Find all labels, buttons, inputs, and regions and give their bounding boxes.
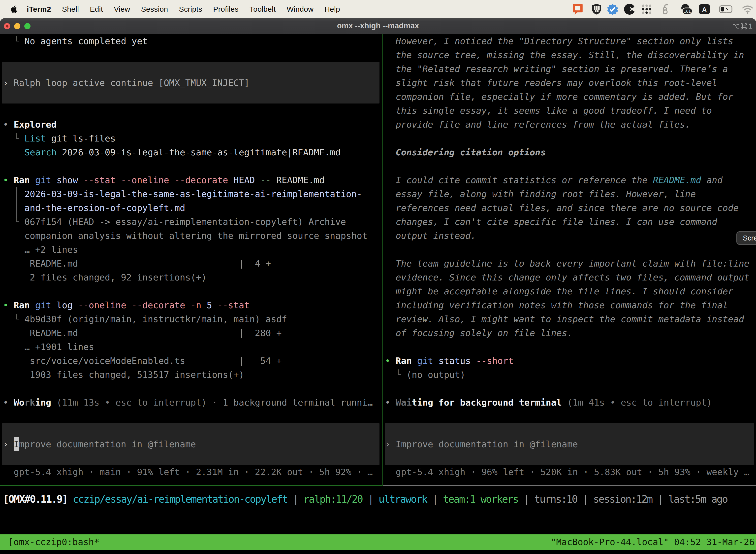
text-segment: git: [35, 175, 51, 185]
text-segment: this single essay, it seems like a good …: [385, 106, 712, 116]
count-badge-icon[interactable]: ..61: [679, 3, 693, 15]
text-segment: git ls-files: [46, 133, 116, 144]
terminal-row: Considering citation options: [385, 145, 546, 159]
terminal-row: • Ran git status --short: [385, 354, 514, 368]
text-segment: ›: [385, 439, 396, 449]
text-segment: status: [439, 356, 471, 366]
terminal-row: │ and-the-erosion-of-copyleft.md: [3, 201, 185, 215]
text-segment: README.md | 4 +: [3, 258, 271, 269]
tmux-status-bar: [omx-cczip0:bash* "MacBook-Pro-44.local"…: [0, 535, 756, 550]
text-segment: git: [417, 356, 433, 366]
text-segment: --decorate: [132, 300, 185, 310]
terminal-row: gpt-5.4 xhigh · 96% left · 520K in · 5.8…: [385, 465, 749, 479]
text-segment: review. Also, I might want to inspect th…: [385, 314, 744, 324]
battery-charging-icon[interactable]: [719, 4, 735, 15]
text-segment: [212, 300, 217, 310]
text-segment: [51, 300, 57, 310]
dragon-icon[interactable]: [661, 3, 670, 15]
text-segment: Considering citation options: [385, 147, 546, 157]
text-segment: Wai: [396, 397, 412, 407]
text-segment: and-the-erosion-of-copyleft.md: [24, 203, 185, 213]
text-segment: Wo: [14, 397, 24, 407]
terminal-row: • Explored: [3, 117, 57, 131]
terminal-row: • Ran git show --stat --oneline --decora…: [3, 173, 325, 187]
omx-status-segment: last:5m ago: [669, 493, 728, 505]
text-segment: No agents completed yet: [24, 36, 147, 46]
terminal-row: • Working (11m 13s • esc to interrupt) ·…: [3, 395, 373, 409]
terminal-row: this single essay, it seems like a good …: [385, 104, 712, 117]
text-segment: 1903 files changed, 513517 insertions(+): [3, 370, 244, 380]
tmux-pane-divider[interactable]: [382, 34, 382, 486]
omx-status-segment: |: [518, 493, 534, 505]
input-source-icon[interactable]: A: [698, 4, 710, 15]
text-segment: companion file, especially if more comme…: [385, 92, 734, 102]
text-segment: (1m 41s • esc to interrupt): [562, 397, 712, 407]
text-segment: [51, 175, 57, 185]
text-segment: output instead.: [385, 231, 476, 241]
terminal-row: might be acceptable alongside the file l…: [385, 284, 734, 298]
wifi-icon[interactable]: [742, 4, 754, 14]
text-segment: 1 background terminal runni…: [223, 397, 373, 407]
screen-overlay-button[interactable]: Scre: [737, 231, 756, 245]
pac-circle-icon[interactable]: [624, 3, 635, 15]
text-segment: ›: [3, 439, 14, 449]
terminal-row: │ 2026-03-09-is-legal-the-same-as-legiti…: [3, 187, 362, 201]
text-segment: README.md: [653, 175, 701, 185]
text-segment: log: [57, 300, 73, 310]
terminal-row: Search 2026-03-09-is-legal-the-same-as-l…: [3, 145, 340, 159]
text-segment: Explored: [14, 119, 57, 129]
window-title-bar[interactable]: omx --xhigh --madmax 1: [0, 18, 756, 34]
text-segment: ing: [35, 397, 51, 407]
tree-connector-line: [16, 187, 17, 218]
text-segment: mprove documentation in @filename: [19, 439, 196, 449]
tmux-border-bottom-right: [383, 486, 756, 486]
terminal-row: › Improve documentation in @filename: [3, 437, 196, 451]
text-segment: companion analysis without altering the …: [3, 231, 367, 241]
window-shortcut: 1: [732, 18, 753, 34]
terminal-row: companion file, especially if more comme…: [385, 90, 734, 104]
shortcut-number: 1: [749, 22, 753, 30]
text-segment: evidence. Since this change only affects…: [385, 272, 749, 282]
terminal-row: └ 4b9d30f (origin/main, instructkr/main,…: [3, 312, 287, 326]
omx-status-line: [OMX#0.11.9] cczip/essay/ai-reimplementa…: [3, 492, 728, 506]
text-segment: └: [3, 36, 24, 46]
text-segment: --stat: [83, 175, 116, 185]
menu-bar-status-icons: ..61A: [0, 0, 756, 18]
text-segment: of focusing solely on file lines.: [385, 328, 572, 338]
dots-grid-icon[interactable]: [641, 4, 652, 15]
terminal-row: └ 067f154 (HEAD -> essay/ai-reimplementa…: [3, 215, 346, 229]
text-segment: (11m 13s • esc to interrupt) ·: [51, 397, 223, 407]
text-segment: [271, 175, 276, 185]
blue-badge-icon[interactable]: [607, 3, 619, 15]
omx-status-segment: [67, 493, 73, 505]
text-segment: --decorate: [175, 175, 228, 185]
text-segment: 067f154 (HEAD -> essay/ai-reimplementati…: [24, 217, 346, 227]
omx-status-segment: cczip/essay/ai-reimplementation-copyleft: [73, 493, 287, 505]
text-segment: └: [385, 370, 406, 380]
terminal-row: 1903 files changed, 513517 insertions(+): [3, 368, 244, 382]
terminal-row: … +1901 lines: [3, 340, 94, 354]
terminal-row: README.md | 4 +: [3, 257, 271, 270]
text-segment: [30, 175, 35, 185]
text-segment: [412, 356, 417, 366]
text-segment: 4b9d30f (origin/main, instructkr/main, m…: [24, 314, 287, 324]
text-segment: └: [3, 133, 24, 144]
shield-grid-icon[interactable]: [591, 3, 602, 15]
text-segment: Search: [24, 147, 57, 157]
text-segment: •: [3, 300, 14, 310]
terminal-row: I could cite commit statistics or refere…: [385, 173, 722, 187]
omx-status-segment: session:12m: [593, 493, 652, 505]
terminal-row: including verification notes with those …: [385, 298, 728, 312]
text-segment: │: [3, 203, 24, 213]
terminal-row: However, I noticed the "Directory Struct…: [385, 34, 734, 48]
text-segment: 5: [207, 300, 212, 310]
svg-text:A: A: [702, 6, 707, 13]
terminal-row: slight risk that future readers may over…: [385, 76, 717, 90]
text-segment: ting for background terminal: [412, 397, 562, 407]
text-segment: The team guideline is to back every impo…: [385, 258, 749, 269]
macos-menu-bar: iTerm2 ShellEditViewSessionScriptsProfil…: [0, 0, 756, 18]
omx-status-segment: |: [652, 493, 669, 505]
chat-app-icon[interactable]: [572, 3, 583, 15]
text-segment: 2026-03-09-is-legal-the-same-as-legitima…: [24, 189, 362, 199]
text-segment: Ran: [14, 300, 30, 310]
